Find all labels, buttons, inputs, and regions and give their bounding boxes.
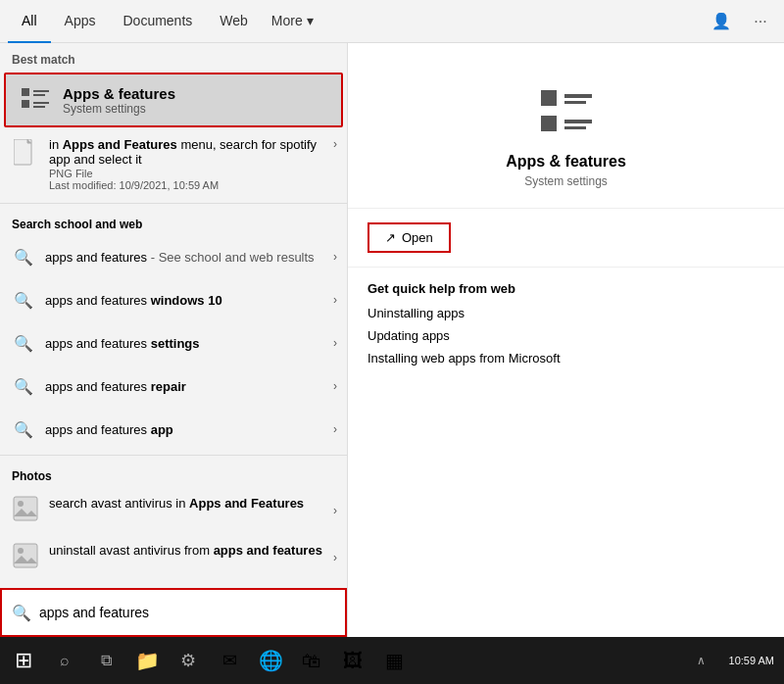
taskbar-overflow[interactable]: ∧ [682,641,721,680]
chevron-1: › [333,293,337,307]
svg-rect-13 [14,544,37,567]
svg-rect-1 [33,90,49,92]
open-icon: ↗ [385,230,396,245]
search-text-2: apps and features settings [45,336,333,351]
ellipsis-icon[interactable]: ··· [745,6,776,37]
photo-content-1: uninstall avast antivirus from apps and … [49,542,333,560]
photos-app-button[interactable]: 🖼 [333,641,372,680]
detail-subtitle: System settings [524,174,608,188]
store-button[interactable]: 🛍 [292,641,331,680]
tab-web[interactable]: Web [206,0,262,43]
left-panel: Best match Apps & features System sett [0,43,348,637]
user-icon[interactable]: 👤 [706,6,737,37]
search-icon-2: 🔍 [10,329,37,357]
svg-point-11 [18,501,24,507]
search-input[interactable] [39,605,335,620]
mail-button[interactable]: ✉ [210,641,249,680]
divider [0,203,347,204]
photo-content-0: search avast antivirus in Apps and Featu… [49,495,333,513]
tab-more[interactable]: More ▾ [262,0,323,43]
best-match-text: Apps & features System settings [63,85,175,116]
search-text-1: apps and features windows 10 [45,293,333,308]
task-view-button[interactable]: ⧉ [86,641,125,680]
search-icon-0: 🔍 [10,243,37,270]
search-bar-icon: 🔍 [12,604,31,622]
open-button[interactable]: ↗ Open [368,222,451,253]
apps-features-icon [18,82,53,118]
help-link-2[interactable]: Installing web apps from Microsoft [368,351,764,366]
detail-top: Apps & features System settings [348,43,784,209]
file-icon [10,137,41,169]
svg-rect-2 [33,94,45,96]
search-school-label: Search school and web [0,208,347,235]
divider-2 [0,455,347,456]
start-button[interactable]: ⊞ [4,641,43,680]
right-panel: Apps & features System settings ↗ Open G… [348,43,784,637]
chevron-4: › [333,422,337,436]
search-result-4[interactable]: 🔍 apps and features app › [0,408,347,451]
svg-rect-16 [541,90,557,106]
detail-big-icon [537,82,596,141]
photo-chevron-0: › [333,504,337,517]
tab-all[interactable]: All [8,0,51,43]
svg-rect-19 [541,116,557,131]
tab-bar: All Apps Documents Web More ▾ 👤 ··· [0,0,784,43]
detail-help: Get quick help from web Uninstalling app… [348,268,784,387]
photo-result-0[interactable]: search avast antivirus in Apps and Featu… [0,487,347,534]
search-icon-1: 🔍 [10,286,37,314]
svg-rect-3 [22,100,29,108]
search-result-0[interactable]: 🔍 apps and features - See school and web… [0,235,347,278]
help-title: Get quick help from web [368,281,764,296]
search-icon-4: 🔍 [10,415,37,443]
open-label: Open [402,230,433,245]
tab-documents[interactable]: Documents [109,0,206,43]
taskbar: ⊞ ⌕ ⧉ 📁 ⚙ ✉ 🌐 🛍 🖼 ▦ ∧ 10:59 AM [0,637,784,684]
help-link-0[interactable]: Uninstalling apps [368,306,764,320]
photo-chevron-1: › [333,551,337,564]
search-result-2[interactable]: 🔍 apps and features settings › [0,321,347,365]
help-link-1[interactable]: Updating apps [368,328,764,343]
search-bar: 🔍 [0,588,347,637]
svg-point-14 [18,548,24,554]
tiles-button[interactable]: ▦ [374,641,414,680]
search-icon-3: 🔍 [10,372,37,400]
taskbar-clock: 10:59 AM [723,641,780,680]
best-match-item[interactable]: Apps & features System settings [4,73,343,127]
file-name: in Apps and Features menu, search for sp… [49,137,333,167]
search-result-3[interactable]: 🔍 apps and features repair › [0,365,347,408]
search-text-0: apps and features - See school and web r… [45,250,333,265]
file-type: PNG File [49,168,333,179]
svg-rect-17 [564,94,592,98]
photo-result-1[interactable]: uninstall avast antivirus from apps and … [0,534,347,581]
chevron-3: › [333,379,337,393]
settings-button[interactable]: ⚙ [169,641,208,680]
svg-rect-4 [33,102,49,104]
search-text-4: apps and features app [45,422,333,437]
svg-rect-10 [14,497,37,520]
best-match-title: Apps & features [63,85,175,102]
chevron-0: › [333,250,337,264]
chevron-icon: › [333,137,337,151]
file-explorer-button[interactable]: 📁 [127,641,167,680]
main-area: Best match Apps & features System sett [0,43,784,637]
detail-title: Apps & features [506,153,626,171]
tab-apps[interactable]: Apps [51,0,110,43]
search-text-3: apps and features repair [45,379,333,394]
photos-label: Photos [0,460,347,487]
search-result-1[interactable]: 🔍 apps and features windows 10 › [0,278,347,321]
file-result[interactable]: in Apps and Features menu, search for sp… [0,129,347,199]
best-match-label: Best match [0,43,347,71]
svg-rect-18 [564,101,586,104]
svg-rect-0 [22,88,29,96]
results-area: Best match Apps & features System sett [0,43,347,588]
chevron-2: › [333,336,337,350]
photo-icon-0 [10,495,41,526]
file-date: Last modified: 10/9/2021, 10:59 AM [49,179,333,191]
photo-icon-1 [10,542,41,573]
edge-button[interactable]: 🌐 [251,641,290,680]
svg-rect-21 [564,126,586,129]
best-match-subtitle: System settings [63,102,175,116]
svg-rect-5 [33,106,45,108]
search-taskbar[interactable]: ⌕ [45,641,84,680]
svg-rect-20 [564,120,592,123]
